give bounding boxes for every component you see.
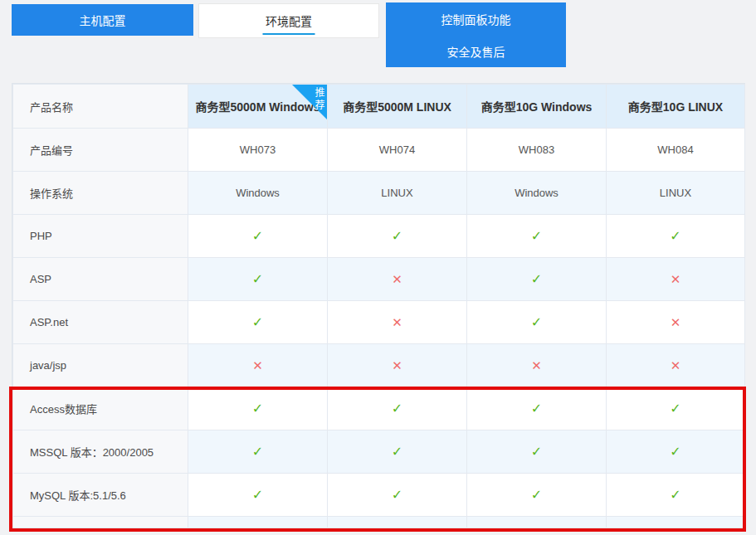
check-icon: ✓ [252, 229, 263, 243]
column-header-plan-10g-linux: 商务型10G LINUX [607, 85, 745, 129]
feature-cell: ✓ [607, 474, 745, 517]
feature-cell: ✓ [188, 387, 328, 430]
feature-cell: ✓ [607, 387, 745, 430]
check-icon: ✓ [252, 272, 263, 286]
active-tab-underline [263, 33, 315, 35]
tab-host-config-label: 主机配置 [80, 12, 126, 28]
value-cell [188, 517, 328, 528]
table-row: ASP✓✕✓✕ [13, 258, 745, 301]
comparison-table: 产品名称 商务型5000M Windows 推荐 商务型5000M LINUX … [12, 84, 745, 528]
tab-group-right: 控制面板功能 安全及售后 [386, 2, 566, 67]
row-label: java/jsp [13, 344, 188, 387]
check-icon: ✓ [252, 315, 263, 329]
tab-env-config-label: 环境配置 [266, 12, 312, 29]
row-label: ASP [13, 258, 188, 301]
value-cell: Windows [467, 172, 607, 215]
cross-icon: ✕ [252, 358, 263, 372]
row-label: MSSQL 版本：2000/2005 [13, 430, 188, 474]
row-label: 操作系统 [13, 172, 188, 215]
feature-cell: ✕ [607, 258, 745, 301]
check-icon: ✓ [392, 401, 402, 416]
feature-cell: ✓ [188, 301, 328, 344]
value-cell: LINUX [328, 172, 467, 215]
cross-icon: ✕ [392, 272, 402, 286]
value-cell [607, 517, 745, 528]
table-row: 产品编号WH073WH074WH083WH084 [13, 129, 745, 172]
partial-row [13, 517, 745, 528]
check-icon: ✓ [531, 315, 542, 329]
column-header-plan-5000m-windows: 商务型5000M Windows 推荐 [188, 85, 328, 129]
cross-icon: ✕ [392, 358, 402, 372]
table-row: MySQL 版本:5.1/5.6✓✓✓✓ [13, 474, 745, 517]
feature-cell: ✓ [607, 430, 745, 474]
value-cell: WH084 [607, 129, 745, 172]
comparison-table-container: 产品名称 商务型5000M Windows 推荐 商务型5000M LINUX … [12, 83, 745, 529]
tab-control-panel[interactable]: 控制面板功能 [441, 2, 511, 35]
header-row: 产品名称 商务型5000M Windows 推荐 商务型5000M LINUX … [13, 85, 745, 129]
check-icon: ✓ [531, 488, 542, 502]
tab-env-config[interactable]: 环境配置 [198, 3, 379, 38]
cross-icon: ✕ [671, 358, 681, 372]
check-icon: ✓ [252, 401, 263, 416]
feature-cell: ✓ [467, 215, 607, 258]
table-row: Access数据库✓✓✓✓ [13, 387, 745, 430]
feature-cell: ✓ [188, 474, 328, 517]
cross-icon: ✕ [531, 358, 542, 372]
table-row: PHP✓✓✓✓ [13, 215, 745, 258]
row-label: ASP.net [13, 301, 188, 344]
tab-security-aftersales-label: 安全及售后 [447, 43, 505, 60]
feature-cell: ✓ [467, 387, 607, 430]
row-label: 产品编号 [13, 129, 188, 172]
value-cell: WH074 [328, 129, 467, 172]
table-row: MSSQL 版本：2000/2005✓✓✓✓ [13, 430, 745, 474]
feature-cell: ✓ [467, 430, 607, 474]
tab-control-panel-label: 控制面板功能 [441, 11, 511, 27]
tab-host-config[interactable]: 主机配置 [12, 4, 193, 36]
feature-cell: ✓ [607, 215, 745, 258]
column-header-plan-10g-windows: 商务型10G Windows [467, 85, 607, 129]
cross-icon: ✕ [392, 315, 402, 329]
feature-cell: ✓ [188, 215, 328, 258]
row-label: Access数据库 [13, 387, 188, 430]
feature-cell: ✕ [328, 258, 467, 301]
feature-cell: ✓ [467, 301, 607, 344]
tab-security-aftersales[interactable]: 安全及售后 [447, 35, 505, 67]
table-row: java/jsp✕✕✕✕ [13, 344, 745, 387]
table-row: 操作系统WindowsLINUXWindowsLINUX [13, 172, 745, 215]
row-label: PHP [13, 215, 188, 258]
feature-cell: ✓ [328, 474, 467, 517]
value-cell: WH083 [467, 129, 607, 172]
feature-cell: ✓ [467, 258, 607, 301]
check-icon: ✓ [252, 488, 263, 502]
value-cell: LINUX [607, 172, 745, 215]
table-body: 产品编号WH073WH074WH083WH084操作系统WindowsLINUX… [13, 129, 745, 528]
check-icon: ✓ [531, 445, 542, 459]
feature-cell: ✕ [328, 301, 467, 344]
check-icon: ✓ [392, 229, 402, 243]
check-icon: ✓ [670, 401, 680, 416]
feature-cell: ✓ [188, 430, 328, 474]
check-icon: ✓ [531, 401, 542, 416]
cross-icon: ✕ [671, 272, 681, 286]
column-header-plan-5000m-linux: 商务型5000M LINUX [328, 85, 467, 129]
feature-cell: ✕ [467, 344, 607, 387]
feature-cell: ✕ [328, 344, 467, 387]
row-label: MySQL 版本:5.1/5.6 [13, 474, 188, 517]
feature-cell: ✓ [328, 215, 467, 258]
plan-name: 商务型5000M Windows [195, 100, 319, 114]
check-icon: ✓ [392, 445, 402, 459]
check-icon: ✓ [670, 445, 680, 459]
feature-cell: ✕ [188, 344, 328, 387]
feature-cell: ✓ [328, 387, 467, 430]
feature-cell: ✕ [607, 301, 745, 344]
feature-cell: ✕ [607, 344, 745, 387]
check-icon: ✓ [531, 272, 542, 286]
table-row: ASP.net✓✕✓✕ [13, 301, 745, 344]
feature-cell: ✓ [188, 258, 328, 301]
check-icon: ✓ [670, 229, 680, 243]
value-cell [328, 517, 467, 528]
value-cell: WH073 [188, 129, 328, 172]
cross-icon: ✕ [671, 315, 681, 329]
check-icon: ✓ [531, 229, 542, 243]
check-icon: ✓ [252, 445, 263, 459]
